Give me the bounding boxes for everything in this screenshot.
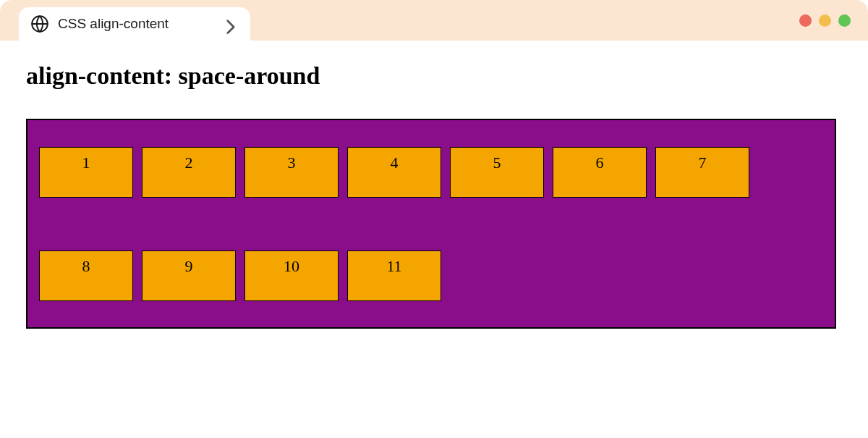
flex-item: 9 — [142, 250, 236, 301]
flex-item: 3 — [244, 147, 339, 198]
flex-item: 4 — [347, 147, 441, 198]
page-content: align-content: space-around 1 2 3 4 5 6 … — [0, 41, 868, 350]
maximize-window-button[interactable] — [838, 14, 851, 27]
flex-item: 10 — [244, 250, 339, 301]
close-window-button[interactable] — [799, 14, 812, 27]
flex-item: 8 — [39, 250, 133, 301]
window-controls — [799, 14, 851, 27]
titlebar: CSS align-content — [0, 0, 868, 41]
flex-container: 1 2 3 4 5 6 7 8 9 10 11 — [26, 119, 836, 329]
flex-item: 6 — [553, 147, 647, 198]
chevron-right-icon — [226, 19, 236, 29]
flex-item: 2 — [142, 147, 236, 198]
browser-tab[interactable]: CSS align-content — [19, 7, 250, 41]
globe-icon — [30, 14, 49, 33]
minimize-window-button[interactable] — [819, 14, 831, 27]
flex-item: 11 — [347, 250, 441, 301]
flex-item: 5 — [450, 147, 544, 198]
tab-title: CSS align-content — [58, 16, 217, 32]
page-title: align-content: space-around — [26, 62, 842, 90]
flex-item: 7 — [655, 147, 749, 198]
flex-item: 1 — [39, 147, 133, 198]
